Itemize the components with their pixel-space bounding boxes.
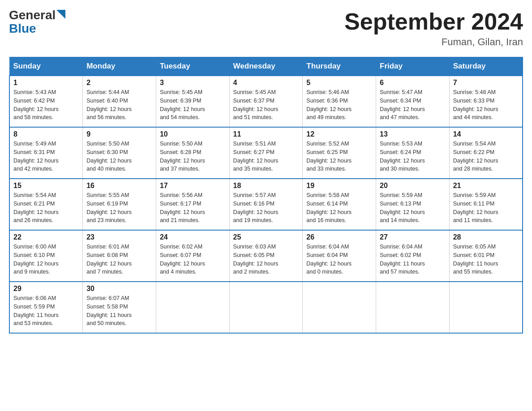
calendar-cell: 26Sunrise: 6:04 AMSunset: 6:04 PMDayligh…	[303, 230, 376, 282]
calendar-table: SundayMondayTuesdayWednesdayThursdayFrid…	[9, 57, 523, 334]
day-info: Sunrise: 6:07 AMSunset: 5:58 PMDaylight:…	[86, 294, 152, 328]
day-number: 8	[13, 130, 79, 138]
day-number: 24	[160, 233, 226, 241]
calendar-cell: 2Sunrise: 5:44 AMSunset: 6:40 PMDaylight…	[83, 76, 156, 127]
weekday-header-wednesday: Wednesday	[229, 57, 303, 76]
calendar-cell: 13Sunrise: 5:53 AMSunset: 6:24 PMDayligh…	[376, 127, 450, 179]
day-number: 6	[380, 79, 446, 87]
weekday-header-thursday: Thursday	[303, 57, 376, 76]
day-number: 19	[306, 182, 372, 190]
logo-general-text: General	[9, 9, 69, 22]
calendar-cell: 9Sunrise: 5:50 AMSunset: 6:30 PMDaylight…	[83, 127, 156, 179]
calendar-cell: 10Sunrise: 5:50 AMSunset: 6:28 PMDayligh…	[156, 127, 229, 179]
day-info: Sunrise: 6:05 AMSunset: 6:01 PMDaylight:…	[453, 243, 519, 276]
calendar-cell: 6Sunrise: 5:47 AMSunset: 6:34 PMDaylight…	[376, 76, 450, 127]
calendar-cell: 25Sunrise: 6:03 AMSunset: 6:05 PMDayligh…	[229, 230, 303, 282]
day-info: Sunrise: 5:58 AMSunset: 6:14 PMDaylight:…	[306, 191, 372, 225]
day-number: 16	[86, 182, 152, 190]
calendar-cell: 22Sunrise: 6:00 AMSunset: 6:10 PMDayligh…	[9, 230, 83, 282]
calendar-cell: 16Sunrise: 5:55 AMSunset: 6:19 PMDayligh…	[83, 179, 156, 230]
day-number: 14	[453, 130, 519, 138]
week-row-3: 15Sunrise: 5:54 AMSunset: 6:21 PMDayligh…	[9, 179, 523, 230]
day-number: 17	[160, 182, 226, 190]
day-info: Sunrise: 5:50 AMSunset: 6:30 PMDaylight:…	[86, 140, 152, 173]
logo: General Blue	[9, 9, 69, 35]
day-number: 22	[13, 233, 79, 241]
day-info: Sunrise: 6:04 AMSunset: 6:02 PMDaylight:…	[380, 243, 446, 276]
day-info: Sunrise: 5:56 AMSunset: 6:17 PMDaylight:…	[160, 191, 226, 225]
weekday-header-friday: Friday	[376, 57, 450, 76]
week-row-5: 29Sunrise: 6:06 AMSunset: 5:59 PMDayligh…	[9, 282, 523, 333]
calendar-body: 1Sunrise: 5:43 AMSunset: 6:42 PMDaylight…	[9, 76, 523, 333]
calendar-cell: 8Sunrise: 5:49 AMSunset: 6:31 PMDaylight…	[9, 127, 83, 179]
day-info: Sunrise: 5:46 AMSunset: 6:36 PMDaylight:…	[306, 88, 372, 122]
calendar-cell: 4Sunrise: 5:45 AMSunset: 6:37 PMDaylight…	[229, 76, 303, 127]
week-row-4: 22Sunrise: 6:00 AMSunset: 6:10 PMDayligh…	[9, 230, 523, 282]
calendar-cell: 11Sunrise: 5:51 AMSunset: 6:27 PMDayligh…	[229, 127, 303, 179]
calendar-cell	[376, 282, 450, 333]
calendar-cell: 30Sunrise: 6:07 AMSunset: 5:58 PMDayligh…	[83, 282, 156, 333]
day-number: 18	[233, 182, 299, 190]
calendar-cell: 21Sunrise: 5:59 AMSunset: 6:11 PMDayligh…	[449, 179, 523, 230]
day-info: Sunrise: 5:51 AMSunset: 6:27 PMDaylight:…	[233, 140, 299, 173]
day-number: 26	[306, 233, 372, 241]
day-number: 27	[380, 233, 446, 241]
page-header: General Blue September 2024 Fuman, Gilan…	[9, 9, 523, 48]
calendar-cell: 24Sunrise: 6:02 AMSunset: 6:07 PMDayligh…	[156, 230, 229, 282]
calendar-header: SundayMondayTuesdayWednesdayThursdayFrid…	[9, 57, 523, 76]
weekday-header-row: SundayMondayTuesdayWednesdayThursdayFrid…	[9, 57, 523, 76]
day-info: Sunrise: 5:50 AMSunset: 6:28 PMDaylight:…	[160, 140, 226, 173]
day-number: 11	[233, 130, 299, 138]
calendar-cell: 28Sunrise: 6:05 AMSunset: 6:01 PMDayligh…	[449, 230, 523, 282]
day-number: 9	[86, 130, 152, 138]
weekday-header-sunday: Sunday	[9, 57, 83, 76]
day-number: 15	[13, 182, 79, 190]
day-number: 28	[453, 233, 519, 241]
day-info: Sunrise: 5:54 AMSunset: 6:22 PMDaylight:…	[453, 140, 519, 173]
day-number: 12	[306, 130, 372, 138]
day-info: Sunrise: 5:45 AMSunset: 6:37 PMDaylight:…	[233, 88, 299, 122]
logo-arrow-icon	[56, 10, 69, 22]
weekday-header-tuesday: Tuesday	[156, 57, 229, 76]
svg-marker-0	[56, 10, 65, 19]
day-info: Sunrise: 5:57 AMSunset: 6:16 PMDaylight:…	[233, 191, 299, 225]
calendar-cell: 15Sunrise: 5:54 AMSunset: 6:21 PMDayligh…	[9, 179, 83, 230]
week-row-1: 1Sunrise: 5:43 AMSunset: 6:42 PMDaylight…	[9, 76, 523, 127]
calendar-cell: 23Sunrise: 6:01 AMSunset: 6:08 PMDayligh…	[83, 230, 156, 282]
month-title: September 2024	[344, 9, 523, 34]
day-number: 13	[380, 130, 446, 138]
title-block: September 2024 Fuman, Gilan, Iran	[344, 9, 523, 48]
day-info: Sunrise: 6:03 AMSunset: 6:05 PMDaylight:…	[233, 243, 299, 276]
calendar-cell	[449, 282, 523, 333]
day-info: Sunrise: 6:06 AMSunset: 5:59 PMDaylight:…	[13, 294, 79, 328]
day-info: Sunrise: 6:04 AMSunset: 6:04 PMDaylight:…	[306, 243, 372, 276]
day-info: Sunrise: 5:55 AMSunset: 6:19 PMDaylight:…	[86, 191, 152, 225]
day-info: Sunrise: 5:53 AMSunset: 6:24 PMDaylight:…	[380, 140, 446, 173]
day-number: 20	[380, 182, 446, 190]
calendar-cell: 14Sunrise: 5:54 AMSunset: 6:22 PMDayligh…	[449, 127, 523, 179]
calendar-cell: 7Sunrise: 5:48 AMSunset: 6:33 PMDaylight…	[449, 76, 523, 127]
day-number: 21	[453, 182, 519, 190]
day-number: 29	[13, 285, 79, 293]
weekday-header-monday: Monday	[83, 57, 156, 76]
day-info: Sunrise: 5:49 AMSunset: 6:31 PMDaylight:…	[13, 140, 79, 173]
day-info: Sunrise: 5:44 AMSunset: 6:40 PMDaylight:…	[86, 88, 152, 122]
day-info: Sunrise: 6:01 AMSunset: 6:08 PMDaylight:…	[86, 243, 152, 276]
calendar-cell: 1Sunrise: 5:43 AMSunset: 6:42 PMDaylight…	[9, 76, 83, 127]
location-text: Fuman, Gilan, Iran	[344, 36, 523, 48]
calendar-cell: 12Sunrise: 5:52 AMSunset: 6:25 PMDayligh…	[303, 127, 376, 179]
day-info: Sunrise: 6:00 AMSunset: 6:10 PMDaylight:…	[13, 243, 79, 276]
day-info: Sunrise: 5:48 AMSunset: 6:33 PMDaylight:…	[453, 88, 519, 122]
logo-blue-text: Blue	[9, 22, 36, 35]
day-number: 3	[160, 79, 226, 87]
day-number: 10	[160, 130, 226, 138]
day-number: 23	[86, 233, 152, 241]
calendar-cell: 5Sunrise: 5:46 AMSunset: 6:36 PMDaylight…	[303, 76, 376, 127]
day-info: Sunrise: 5:59 AMSunset: 6:11 PMDaylight:…	[453, 191, 519, 225]
weekday-header-saturday: Saturday	[449, 57, 523, 76]
calendar-cell: 3Sunrise: 5:45 AMSunset: 6:39 PMDaylight…	[156, 76, 229, 127]
day-number: 5	[306, 79, 372, 87]
day-info: Sunrise: 5:52 AMSunset: 6:25 PMDaylight:…	[306, 140, 372, 173]
day-info: Sunrise: 5:59 AMSunset: 6:13 PMDaylight:…	[380, 191, 446, 225]
calendar-cell: 17Sunrise: 5:56 AMSunset: 6:17 PMDayligh…	[156, 179, 229, 230]
